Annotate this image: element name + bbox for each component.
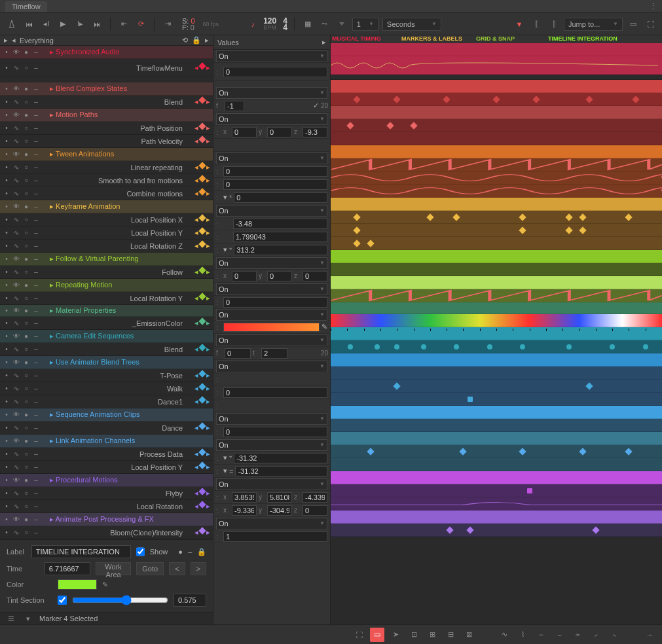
value-dropdown[interactable]: On▼ xyxy=(216,518,327,529)
eye-icon[interactable]: 👁 xyxy=(12,203,20,211)
track-row[interactable]: • ∿ ○ – Local Position Y ◂▸ xyxy=(0,226,213,240)
keyframe[interactable] xyxy=(460,448,467,455)
bullet-icon[interactable]: • xyxy=(3,424,10,432)
tint-slider[interactable] xyxy=(72,595,168,605)
t-input[interactable] xyxy=(261,348,287,359)
filter-label[interactable]: Everything xyxy=(20,37,178,45)
track-row[interactable]: • ∿ ○ – Local Position X ◂▸ xyxy=(0,213,213,226)
dash-icon[interactable]: – xyxy=(32,164,40,171)
timeline-lane[interactable] xyxy=(331,237,662,250)
value-dropdown[interactable]: On▼ xyxy=(216,113,327,125)
tint-checkbox[interactable] xyxy=(58,596,67,605)
keyframe[interactable] xyxy=(443,96,450,103)
value-dropdown[interactable]: On▼ xyxy=(216,283,327,295)
f-input[interactable] xyxy=(225,348,251,359)
timeline-lane[interactable] xyxy=(331,340,662,353)
curve-icon[interactable]: ∿ xyxy=(12,137,20,145)
value-dropdown[interactable]: On▼ xyxy=(216,413,327,425)
grid-icon[interactable]: ▦ xyxy=(301,18,314,31)
bullet-icon[interactable]: • xyxy=(3,385,10,393)
dot-icon[interactable]: ○ xyxy=(22,229,30,237)
bullet-icon[interactable]: • xyxy=(3,529,10,537)
curve-icon[interactable]: ∿ xyxy=(12,164,20,171)
dash-icon[interactable]: – xyxy=(32,332,40,340)
value-input[interactable] xyxy=(223,166,327,177)
keyframe[interactable] xyxy=(592,526,599,533)
eyedropper-icon[interactable]: ✎ xyxy=(322,323,327,331)
bullet-icon[interactable]: • xyxy=(3,85,10,93)
timeline-lane[interactable] xyxy=(331,289,662,302)
x-input[interactable] xyxy=(232,505,257,516)
bullet-icon[interactable]: • xyxy=(3,476,10,484)
step-fwd-icon[interactable]: Ⅰ▸ xyxy=(73,18,86,31)
track-row[interactable]: • ∿ ○ – Flyby ◂▸ xyxy=(0,487,213,500)
tool3-icon[interactable]: ⊟ xyxy=(443,628,458,642)
range-end-icon[interactable]: ⇥ xyxy=(161,18,174,31)
track-row[interactable]: • ∿ ○ – Path Velocity ◂▸ xyxy=(0,135,213,148)
timeline-lane[interactable] xyxy=(331,380,662,393)
dash-icon[interactable]: – xyxy=(32,268,40,276)
z-input[interactable] xyxy=(303,505,327,516)
value-input[interactable] xyxy=(233,232,327,242)
keyframe-controls[interactable]: ◂▸ xyxy=(187,345,213,353)
track-row[interactable]: • 👁 ● – ▸ Procedural Motions xyxy=(0,474,213,487)
timeline-lane[interactable] xyxy=(331,458,662,471)
keyframe-controls[interactable]: ◂▸ xyxy=(187,294,213,302)
track-row[interactable]: • 👁 ● – ▸ Material Properties xyxy=(0,305,213,317)
dot-icon[interactable]: ○ xyxy=(22,124,30,132)
dash-icon[interactable]: – xyxy=(32,137,40,145)
keyframe-controls[interactable]: ◂▸ xyxy=(187,397,213,406)
timeline-lane[interactable] xyxy=(331,367,662,380)
bracket-left-icon[interactable]: ⟦ xyxy=(530,18,543,31)
x-input[interactable] xyxy=(232,271,257,281)
keyframe[interactable] xyxy=(579,226,586,234)
dash-icon[interactable]: – xyxy=(32,124,40,132)
keyframe[interactable] xyxy=(446,526,453,533)
dash-icon[interactable]: – xyxy=(32,319,40,327)
track-row[interactable]: • 👁 ● – ▸ Blend Complex States xyxy=(0,82,213,96)
f-input[interactable] xyxy=(225,101,244,111)
value-input[interactable] xyxy=(223,67,327,77)
keyframe[interactable] xyxy=(566,226,573,234)
track-row[interactable]: • ∿ ○ – T-Pose ◂▸ xyxy=(0,369,213,382)
track-row[interactable]: • ∿ ○ – Bloom(Clone)/intensity ◂▸ xyxy=(0,526,213,539)
z-input[interactable] xyxy=(303,127,327,137)
workarea-button[interactable]: Work Area xyxy=(96,562,131,575)
expand-icon[interactable]: ▾ xyxy=(223,454,227,462)
y-input[interactable] xyxy=(267,127,292,137)
skip-start-icon[interactable]: ⏮ xyxy=(22,18,35,31)
curve-icon[interactable]: ∿ xyxy=(12,490,20,497)
pointer-icon[interactable]: ➤ xyxy=(388,628,403,642)
keyframe[interactable] xyxy=(492,96,500,103)
dot-icon[interactable]: ○ xyxy=(22,177,30,185)
keyframe[interactable] xyxy=(386,122,394,129)
keyframe[interactable] xyxy=(354,226,361,234)
dash-icon[interactable]: – xyxy=(32,177,40,185)
keyframe-controls[interactable]: ◂▸ xyxy=(187,450,213,458)
expand-icon[interactable]: ▾ xyxy=(223,245,227,254)
value-dropdown[interactable]: On▼ xyxy=(216,361,327,372)
keyframe-controls[interactable]: ◂▸ xyxy=(187,137,213,145)
bullet-icon[interactable]: • xyxy=(3,295,10,302)
timeline-lane[interactable] xyxy=(331,93,662,106)
x-input[interactable] xyxy=(232,492,257,503)
eye-icon[interactable]: 👁 xyxy=(12,111,20,119)
keyframe[interactable] xyxy=(394,382,401,389)
value-dropdown[interactable]: On▼ xyxy=(216,334,327,346)
dash-icon[interactable]: – xyxy=(32,516,40,524)
bullet-icon[interactable]: • xyxy=(3,48,10,56)
dash-icon[interactable]: – xyxy=(32,98,40,106)
timeline-lane[interactable] xyxy=(331,510,662,524)
step-back-icon[interactable]: ◂Ⅰ xyxy=(39,18,52,31)
keyframe[interactable] xyxy=(520,344,525,349)
curve-icon[interactable]: ∿ xyxy=(12,372,20,380)
bracket-right-icon[interactable]: ⟧ xyxy=(547,18,560,31)
bullet-icon[interactable]: • xyxy=(3,190,10,198)
next-button[interactable]: > xyxy=(191,562,206,575)
timeline-lane[interactable] xyxy=(331,119,662,132)
metronome-icon[interactable] xyxy=(5,18,18,31)
keyframe[interactable] xyxy=(585,382,593,389)
keyframe[interactable] xyxy=(394,344,399,349)
y-input[interactable] xyxy=(267,492,292,503)
dash-icon[interactable]: – xyxy=(32,229,40,237)
